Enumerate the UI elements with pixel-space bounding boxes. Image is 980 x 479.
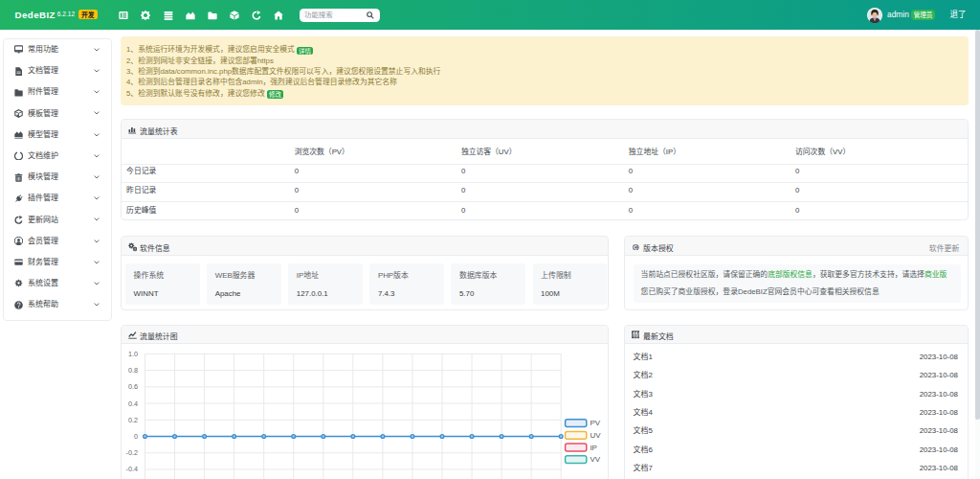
svg-text:VV: VV — [590, 455, 600, 464]
svg-text:0.4: 0.4 — [128, 399, 138, 407]
svg-text:0.8: 0.8 — [128, 366, 138, 375]
svg-text:-0.2: -0.2 — [126, 448, 138, 457]
svg-text:0.6: 0.6 — [128, 382, 138, 391]
svg-text:0.2: 0.2 — [128, 416, 138, 424]
svg-text:UV: UV — [590, 431, 601, 440]
svg-text:IP: IP — [590, 443, 597, 451]
svg-text:-0.4: -0.4 — [126, 465, 138, 473]
svg-text:1.0: 1.0 — [128, 350, 138, 358]
svg-text:0: 0 — [134, 432, 138, 441]
svg-text:PV: PV — [590, 419, 600, 427]
